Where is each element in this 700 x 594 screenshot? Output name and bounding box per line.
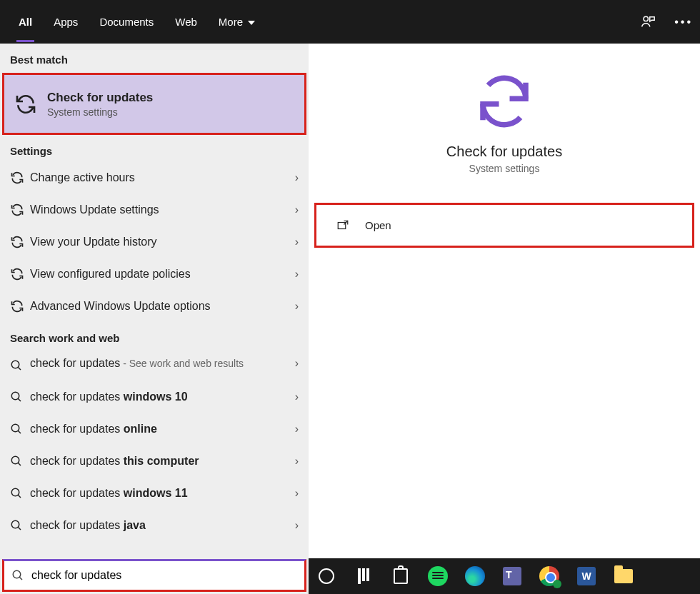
edge-icon[interactable] <box>464 565 486 587</box>
section-best-match: Best match <box>0 44 309 70</box>
spotify-icon[interactable] <box>427 565 449 587</box>
search-icon <box>10 519 30 532</box>
refresh-icon <box>10 171 30 185</box>
web-result-text: check for updates java <box>30 519 295 532</box>
feedback-icon[interactable] <box>640 14 656 30</box>
svg-line-10 <box>18 495 21 498</box>
settings-item-active-hours[interactable]: Change active hours › <box>0 161 309 193</box>
search-box[interactable] <box>2 559 306 592</box>
search-icon <box>10 487 30 500</box>
chevron-right-icon: › <box>295 391 299 403</box>
file-explorer-icon[interactable] <box>613 565 634 587</box>
word-icon[interactable]: W <box>576 565 597 587</box>
web-result-this-computer[interactable]: check for updates this computer › <box>0 445 309 477</box>
chevron-right-icon: › <box>295 487 299 500</box>
svg-line-15 <box>19 577 22 580</box>
web-result-text: check for updates windows 11 <box>30 487 295 500</box>
svg-point-7 <box>11 456 19 464</box>
options-icon[interactable]: ••• <box>674 16 693 29</box>
refresh-icon <box>10 235 30 249</box>
search-filters-bar: All Apps Documents Web More ••• <box>0 0 700 44</box>
svg-line-2 <box>18 367 21 370</box>
svg-point-11 <box>11 520 19 528</box>
settings-item-label: Change active hours <box>30 171 295 184</box>
tab-web[interactable]: Web <box>175 11 197 32</box>
chevron-right-icon: › <box>295 171 299 184</box>
svg-rect-13 <box>338 222 346 228</box>
refresh-icon <box>10 267 30 281</box>
open-button[interactable]: Open <box>314 203 694 248</box>
svg-point-0 <box>644 16 648 21</box>
svg-point-9 <box>11 488 19 496</box>
chevron-right-icon: › <box>295 268 299 281</box>
svg-point-5 <box>11 424 19 432</box>
svg-line-12 <box>18 527 21 530</box>
tab-more[interactable]: More <box>219 11 255 32</box>
svg-line-6 <box>18 431 21 433</box>
web-result-java[interactable]: check for updates java › <box>0 509 309 541</box>
search-input[interactable] <box>31 569 297 582</box>
results-panel: Best match Check for updates System sett… <box>0 44 309 558</box>
search-icon <box>10 391 30 403</box>
settings-item-update-settings[interactable]: Windows Update settings › <box>0 193 309 226</box>
svg-line-4 <box>18 398 21 401</box>
chrome-icon[interactable] <box>539 565 560 587</box>
tab-all[interactable]: All <box>19 11 32 32</box>
tab-more-label: More <box>219 16 243 28</box>
chevron-right-icon: › <box>295 357 299 370</box>
detail-subtitle: System settings <box>469 163 540 174</box>
settings-item-advanced-update[interactable]: Advanced Windows Update options › <box>0 290 309 322</box>
open-icon <box>336 219 349 232</box>
search-icon <box>10 423 30 436</box>
web-result-text: check for updates this computer <box>30 455 295 468</box>
chevron-right-icon: › <box>295 236 299 248</box>
settings-item-label: Windows Update settings <box>30 203 295 216</box>
search-icon <box>10 357 30 372</box>
filter-tabs: All Apps Documents Web More <box>19 11 255 32</box>
update-icon <box>14 93 37 116</box>
search-icon <box>11 569 24 582</box>
web-result-text: check for updates online <box>30 423 295 436</box>
web-result-windows11[interactable]: check for updates windows 11 › <box>0 477 309 509</box>
web-result-online[interactable]: check for updates online › <box>0 413 309 445</box>
settings-item-update-history[interactable]: View your Update history › <box>0 226 309 258</box>
svg-point-3 <box>11 392 19 400</box>
task-view-icon[interactable] <box>353 565 374 587</box>
settings-item-update-policies[interactable]: View configured update policies › <box>0 258 309 290</box>
cortana-icon[interactable] <box>316 565 337 587</box>
web-result-text: check for updates - See work and web res… <box>30 357 295 370</box>
web-result-text: check for updates windows 10 <box>30 391 295 403</box>
tab-documents[interactable]: Documents <box>99 11 154 32</box>
section-settings: Settings <box>0 135 309 161</box>
chevron-right-icon: › <box>295 300 299 313</box>
svg-point-14 <box>13 570 21 578</box>
chevron-right-icon: › <box>295 455 299 468</box>
chevron-right-icon: › <box>295 203 299 216</box>
teams-icon[interactable] <box>501 565 523 587</box>
web-result-windows10[interactable]: check for updates windows 10 › <box>0 381 309 413</box>
detail-panel: Check for updates System settings Open <box>309 44 700 558</box>
best-match-title: Check for updates <box>47 91 153 105</box>
refresh-icon <box>10 203 30 217</box>
bottom-bar: W <box>0 558 700 594</box>
chevron-right-icon: › <box>295 423 299 436</box>
chevron-down-icon <box>248 21 255 25</box>
refresh-icon <box>10 299 30 313</box>
svg-point-1 <box>11 361 19 368</box>
settings-item-label: View your Update history <box>30 236 295 248</box>
update-large-icon <box>472 69 536 134</box>
best-match-result[interactable]: Check for updates System settings <box>2 73 306 135</box>
settings-item-label: View configured update policies <box>30 268 295 281</box>
section-search-web: Search work and web <box>0 322 309 348</box>
detail-title: Check for updates <box>446 144 562 160</box>
svg-line-8 <box>18 463 21 465</box>
taskbar: W <box>309 558 700 594</box>
open-label: Open <box>365 219 391 231</box>
web-result-main[interactable]: check for updates - See work and web res… <box>0 348 309 381</box>
tab-apps[interactable]: Apps <box>54 11 78 32</box>
chevron-right-icon: › <box>295 519 299 532</box>
store-icon[interactable] <box>390 565 411 587</box>
search-icon <box>10 455 30 468</box>
settings-item-label: Advanced Windows Update options <box>30 300 295 313</box>
best-match-subtitle: System settings <box>47 106 153 118</box>
